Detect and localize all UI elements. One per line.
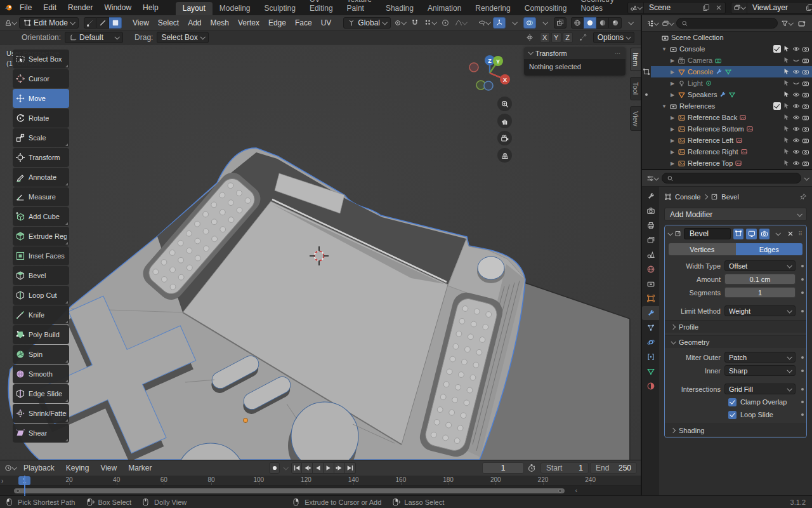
timeline-scroll-area[interactable]: ‹ xyxy=(0,486,641,495)
outliner-row-reference-right[interactable]: ▶Reference Right xyxy=(651,146,812,157)
outliner-row-speakers[interactable]: ▶Speakers xyxy=(651,89,812,100)
tool-rotate[interactable]: Rotate xyxy=(13,109,69,128)
realtime-display-toggle[interactable] xyxy=(746,229,756,239)
frame-end-field[interactable]: End250 xyxy=(590,462,637,474)
expand-toggle[interactable]: ▶ xyxy=(669,138,676,144)
properties-tab-scene[interactable] xyxy=(642,248,659,262)
pin-icon[interactable] xyxy=(799,193,807,201)
next-keyframe-button[interactable] xyxy=(334,462,345,474)
menu-help[interactable]: Help xyxy=(137,2,164,13)
workspace-tab-shading[interactable]: Shading xyxy=(379,2,421,15)
intersections-dropdown[interactable]: Grid Fill xyxy=(724,384,796,394)
properties-search-input[interactable] xyxy=(676,175,796,182)
modifier-close-button[interactable] xyxy=(785,229,796,239)
play-reverse-button[interactable] xyxy=(313,462,324,474)
outliner-editor-icon[interactable] xyxy=(646,18,658,29)
tool-edgeslide[interactable]: Edge Slide xyxy=(13,384,69,403)
show-overlays-icon[interactable] xyxy=(523,17,536,29)
render-visibility-icon[interactable] xyxy=(802,57,809,64)
viewlayer-selector[interactable]: ViewLayer xyxy=(731,2,812,14)
render-visibility-icon[interactable] xyxy=(802,137,809,144)
navigation-gizmo[interactable]: Z Y X xyxy=(457,46,514,94)
visibility-toggle-icon[interactable] xyxy=(792,79,800,87)
orientation-dropdown[interactable]: Global xyxy=(343,17,391,29)
viewport-menu-edge[interactable]: Edge xyxy=(264,17,291,29)
pan-button[interactable] xyxy=(497,114,512,128)
outliner-row-reference-left[interactable]: ▶Reference Left xyxy=(651,135,812,146)
scrollbar-left-knob[interactable] xyxy=(16,489,20,493)
tool-spin[interactable]: Spin xyxy=(13,345,69,364)
modifier-drag-grip[interactable]: ⠿ xyxy=(798,231,803,237)
expand-toggle[interactable]: ▶ xyxy=(669,126,676,132)
timeline-menu-playback[interactable]: Playback xyxy=(18,462,60,474)
render-visibility-icon[interactable] xyxy=(802,148,809,156)
outliner-row-console[interactable]: ▼Console xyxy=(651,43,812,55)
viewport-menu-vertex[interactable]: Vertex xyxy=(233,17,264,29)
auto-keying-button[interactable] xyxy=(269,462,280,474)
bevel-tab-vertices[interactable]: Vertices xyxy=(669,243,736,255)
sidebar-tab-view[interactable]: View xyxy=(630,106,641,131)
selectable-toggle-icon[interactable] xyxy=(783,159,790,167)
properties-tab-collection[interactable] xyxy=(642,277,659,291)
ortho-toggle-button[interactable] xyxy=(497,148,512,163)
menu-render[interactable]: Render xyxy=(62,2,98,13)
timeline-collapse-arrow[interactable]: ‹ xyxy=(575,487,577,494)
modifier-extras-chevron[interactable] xyxy=(772,229,782,239)
expand-toggle[interactable]: ▶ xyxy=(669,92,676,98)
loop-slide-checkbox[interactable] xyxy=(728,411,737,419)
object-visibility-icon[interactable] xyxy=(478,17,490,29)
tool-shrink[interactable]: Shrink/Fatten xyxy=(13,404,69,423)
render-visibility-icon[interactable] xyxy=(802,68,809,76)
expand-toggle[interactable]: ▼ xyxy=(661,104,667,109)
selectable-toggle-icon[interactable] xyxy=(783,91,790,98)
drag-dropdown[interactable]: Select Box xyxy=(157,32,208,43)
workspace-tab-modeling[interactable]: Modeling xyxy=(213,2,258,15)
properties-tab-physics[interactable] xyxy=(642,335,659,349)
tool-transform[interactable]: Transform xyxy=(13,148,69,167)
tool-addcube[interactable]: Add Cube xyxy=(13,207,69,226)
tool-scale[interactable]: Scale xyxy=(13,128,69,147)
current-frame-field[interactable]: 1 xyxy=(482,462,524,474)
workspace-tab-animation[interactable]: Animation xyxy=(421,2,468,15)
bevel-tab-edges[interactable]: Edges xyxy=(736,243,803,255)
selectable-toggle-icon[interactable] xyxy=(783,102,790,110)
outliner-row-light[interactable]: ▶Light xyxy=(651,77,812,89)
sidebar-tab-item[interactable]: Item xyxy=(630,48,641,71)
tool-knife[interactable]: Knife xyxy=(13,305,69,324)
visibility-toggle-icon[interactable] xyxy=(792,125,800,133)
new-collection-icon[interactable] xyxy=(796,18,808,29)
shading-section-header[interactable]: Shading xyxy=(665,424,806,436)
scene-name[interactable]: Scene xyxy=(644,3,700,12)
shading-solid-icon[interactable] xyxy=(584,17,596,29)
timeline-menu-marker[interactable]: Marker xyxy=(122,462,157,474)
frame-start-field[interactable]: Start1 xyxy=(540,462,589,474)
properties-tab-view-layer[interactable] xyxy=(642,233,659,247)
scene-icon[interactable] xyxy=(628,3,644,13)
zoom-button[interactable] xyxy=(497,97,512,111)
tool-move[interactable]: Move xyxy=(13,89,69,108)
face-select-mode-icon[interactable] xyxy=(109,17,122,29)
visibility-toggle-icon[interactable] xyxy=(792,68,800,76)
gizmo-settings-chevron[interactable] xyxy=(508,17,521,29)
expand-toggle[interactable]: ▶ xyxy=(669,115,676,121)
workspace-tab-compositing[interactable]: Compositing xyxy=(518,2,574,15)
breadcrumb-object[interactable]: Console xyxy=(675,193,700,201)
properties-search[interactable] xyxy=(662,173,801,184)
render-display-toggle[interactable] xyxy=(759,229,769,239)
show-gizmo-icon[interactable] xyxy=(493,17,506,29)
visibility-toggle-icon[interactable] xyxy=(792,102,800,110)
editor-type-icon[interactable] xyxy=(4,17,16,29)
render-visibility-icon[interactable] xyxy=(802,91,809,98)
properties-tab-material[interactable] xyxy=(642,379,659,393)
scene-unlink-icon[interactable] xyxy=(712,3,725,13)
collection-checkbox[interactable] xyxy=(773,102,781,110)
visibility-toggle-icon[interactable] xyxy=(792,114,800,121)
render-visibility-icon[interactable] xyxy=(802,125,809,133)
sidebar-tab-tool[interactable]: Tool xyxy=(630,77,641,100)
selectable-toggle-icon[interactable] xyxy=(783,114,790,121)
expand-toggle[interactable]: ▶ xyxy=(669,58,676,64)
selectable-toggle-icon[interactable] xyxy=(783,125,790,133)
profile-section-header[interactable]: Profile xyxy=(665,320,806,333)
collection-checkbox[interactable] xyxy=(773,45,781,53)
outliner-row-scene-collection[interactable]: Scene Collection xyxy=(651,32,812,43)
